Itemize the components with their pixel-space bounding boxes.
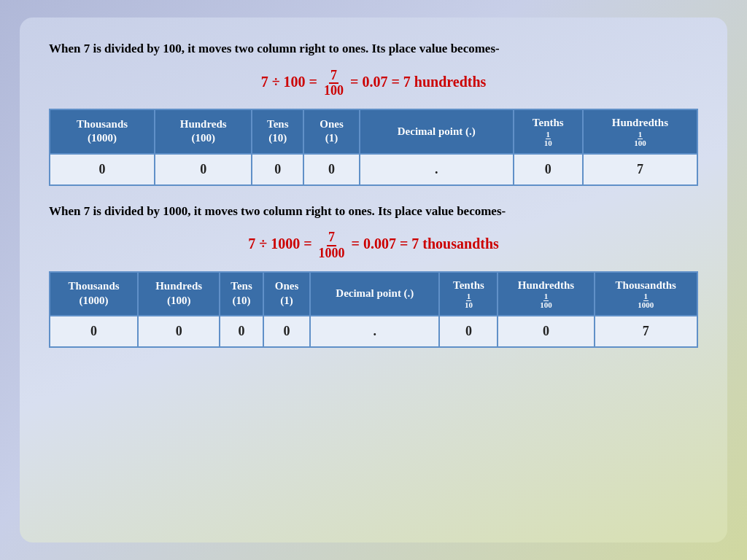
table1-th-decimal: Decimal point (.) [360, 109, 514, 154]
table2-th-hundreds: Hundreds(100) [138, 272, 220, 316]
table2-td-1: 0 [138, 316, 220, 347]
table2-td-0: 0 [50, 316, 138, 347]
table1-td-2: 0 [252, 154, 303, 185]
table1: Thousands(1000) Hundreds(100) Tens(10) O… [49, 109, 698, 186]
table1-td-1: 0 [155, 154, 252, 185]
table2-td-5: 0 [439, 316, 498, 347]
table1-th-hundredths: Hundredths1100 [583, 109, 697, 154]
table1-th-ones: Ones(1) [303, 109, 360, 154]
table1-th-tenths: Tenths110 [514, 109, 583, 154]
table2-td-7: 7 [595, 316, 697, 347]
formula1-suffix: = 0.07 = 7 hundredths [347, 74, 486, 90]
main-card: When 7 is divided by 100, it moves two c… [20, 18, 727, 542]
section1-text: When 7 is divided by 100, it moves two c… [49, 39, 698, 58]
table2-td-2: 0 [220, 316, 263, 347]
formula1-fraction: 7100 [322, 69, 345, 99]
table1-th-tens: Tens(10) [252, 109, 303, 154]
table1-td-3: 0 [303, 154, 360, 185]
table1-header-row: Thousands(1000) Hundreds(100) Tens(10) O… [50, 109, 697, 154]
table1-td-6: 7 [583, 154, 697, 185]
table2-td-4: . [310, 316, 439, 347]
table1-th-hundreds: Hundreds(100) [155, 109, 252, 154]
section2-formula: 7 ÷ 1000 = 71000 = 0.007 = 7 thousandths [49, 230, 698, 261]
formula2-suffix: = 0.007 = 7 thousandths [348, 236, 499, 252]
table2-data-row: 0 0 0 0 . 0 0 7 [50, 316, 697, 347]
section2-text: When 7 is divided by 1000, it moves two … [49, 202, 698, 221]
table1-td-0: 0 [50, 154, 155, 185]
table2-th-hundredths: Hundredths1100 [498, 272, 594, 316]
table2-header-row: Thousands(1000) Hundreds(100) Tens(10) O… [50, 272, 697, 316]
table2-th-ones: Ones(1) [263, 272, 310, 316]
table2-th-tenths: Tenths110 [439, 272, 498, 316]
table1-td-5: 0 [514, 154, 583, 185]
formula1-prefix: 7 ÷ 100 = [261, 74, 321, 90]
table1-td-4: . [360, 154, 514, 185]
section1-formula: 7 ÷ 100 = 7100 = 0.07 = 7 hundredths [49, 69, 698, 99]
table2-td-3: 0 [263, 316, 310, 347]
table2-th-decimal: Decimal point (.) [310, 272, 439, 316]
table2-th-tens: Tens(10) [220, 272, 263, 316]
table2-td-6: 0 [498, 316, 594, 347]
table2-th-thousandths: Thousandths11000 [595, 272, 697, 316]
table1-th-thousands: Thousands(1000) [50, 109, 155, 154]
formula2-fraction: 71000 [317, 230, 347, 261]
table1-data-row: 0 0 0 0 . 0 7 [50, 154, 697, 185]
table2-th-thousands: Thousands(1000) [50, 272, 138, 316]
formula2-prefix: 7 ÷ 1000 = [248, 236, 315, 252]
table2: Thousands(1000) Hundreds(100) Tens(10) O… [49, 271, 698, 349]
